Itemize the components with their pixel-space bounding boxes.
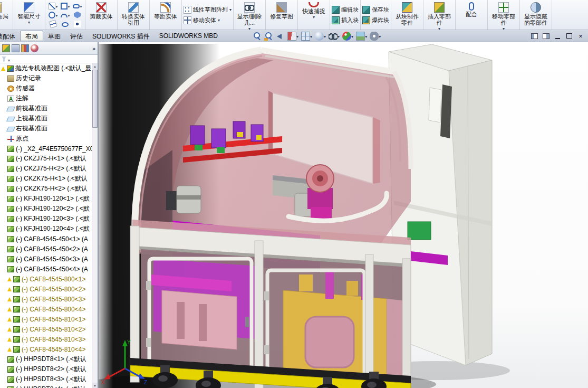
dropdown-arrow-icon[interactable] <box>56 13 58 17</box>
offset-entities-button[interactable]: 等距实体 <box>151 1 180 29</box>
edit-appearance-button[interactable] <box>342 31 354 41</box>
dropdown-arrow-icon[interactable] <box>56 4 58 8</box>
zoom-fit-button[interactable] <box>252 31 262 41</box>
tree-item[interactable]: 历史记录 <box>0 73 92 83</box>
tree-item[interactable]: (-) HHPSDT8<4> (.<默认 <box>0 384 92 388</box>
tree-item[interactable]: 注解 <box>0 93 92 103</box>
dropdown-arrow-icon[interactable] <box>310 34 312 38</box>
tree-item[interactable]: 原点 <box>0 134 92 144</box>
tree-item[interactable]: 右视基准面 <box>0 124 92 134</box>
repair-sketch-button[interactable]: 修复草图 <box>267 1 296 29</box>
insert-component-button[interactable]: 插入零部件 <box>425 1 454 29</box>
tree-scrollbar[interactable] <box>92 63 98 388</box>
pane-toggle-left-button[interactable] <box>529 32 539 40</box>
close-button[interactable] <box>576 32 585 40</box>
featuremanager-tree-button[interactable] <box>2 44 10 52</box>
scroll-down-icon[interactable] <box>92 383 98 388</box>
dropdown-arrow-icon[interactable] <box>338 34 340 38</box>
zoom-area-button[interactable] <box>264 31 274 41</box>
dropdown-arrow-icon[interactable] <box>68 13 70 17</box>
tree-item[interactable]: (-) CAF8-4545-810<4> <box>0 344 92 354</box>
tree-item[interactable]: (-) CAF8-4545-810<3> <box>0 334 92 344</box>
insert-block-button[interactable]: 插入块 <box>332 16 359 24</box>
polygon-button[interactable] <box>71 12 83 18</box>
tree-item[interactable]: (-) HHPSDT8<3> (.<默认 <box>0 374 92 384</box>
dropdown-arrow-icon[interactable] <box>438 26 440 30</box>
show-hidden-components-button[interactable]: 显示隐藏的零部件 <box>522 1 550 29</box>
view-settings-button[interactable] <box>369 31 381 41</box>
tree-item[interactable]: (-) CAF8-4545-800<1> <box>0 274 92 284</box>
circle-button[interactable] <box>47 12 59 18</box>
display-delete-relations-button[interactable]: 显示/删除几... <box>235 1 264 29</box>
explode-block-button[interactable]: 爆炸块 <box>362 16 389 24</box>
line-button[interactable] <box>47 3 59 10</box>
dropdown-arrow-icon[interactable] <box>296 34 298 38</box>
tree-item[interactable]: (-) CAF8-4545-450<1> (A <box>0 234 92 244</box>
tree-item[interactable]: 上视基准面 <box>0 113 92 124</box>
view-orientation-button[interactable] <box>301 31 313 41</box>
scroll-up-icon[interactable] <box>92 63 98 69</box>
tree-filter-row[interactable] <box>0 55 98 63</box>
tree-item[interactable]: (-) CAF8-4545-800<4> <box>0 304 92 314</box>
tab-sketch[interactable]: 草图 <box>43 31 65 41</box>
tree-item[interactable]: (-) KFJH190-120<2> (.<默 <box>0 204 92 214</box>
dropdown-arrow-icon[interactable] <box>365 34 367 38</box>
tree-item[interactable]: (-) CAF8-4545-450<3> (A <box>0 254 92 264</box>
dropdown-arrow-icon[interactable] <box>324 34 326 38</box>
section-view-button[interactable] <box>287 31 299 41</box>
tree-item[interactable]: (-) CKZJ75-H<1> (.<默认 <box>0 154 92 164</box>
tree-item[interactable]: (-) HHPSDT8<1> (.<默认 <box>0 354 92 364</box>
ellipse-button[interactable] <box>59 21 71 27</box>
arc-button[interactable] <box>59 12 71 17</box>
minimize-button[interactable] <box>553 32 562 40</box>
quick-snaps-button[interactable]: 快速捕捉 <box>300 1 328 29</box>
convert-entities-button[interactable]: 转换实体引用 <box>119 1 148 29</box>
tree-item[interactable]: (-) CAF8-4545-810<1> <box>0 314 92 324</box>
apply-scene-button[interactable] <box>355 31 368 41</box>
dropdown-arrow-icon[interactable] <box>28 20 30 24</box>
tab-solidworks-addins[interactable]: SOLIDWORKS 插件 <box>88 31 155 41</box>
tree-item[interactable]: (-) CAF8-4545-450<4> (A <box>0 264 92 274</box>
tree-item[interactable]: (-) CAF8-4545-450<2> (A <box>0 244 92 254</box>
tree-item[interactable]: (-) KFJH190-120<4> (.<默 <box>0 224 92 234</box>
panel-expand-chevron[interactable]: » <box>92 45 95 52</box>
make-part-from-block-button[interactable]: 从块制作零件 <box>393 1 421 29</box>
cad-viewport-canvas[interactable]: X Y Z <box>99 42 588 388</box>
dropdown-arrow-icon[interactable] <box>351 34 353 38</box>
rectangle-button[interactable] <box>59 3 71 10</box>
edit-block-button[interactable]: 编辑块 <box>332 6 359 14</box>
dropdown-arrow-icon[interactable] <box>80 4 82 8</box>
tree-item[interactable]: (-) _X2_4F4E5750677F_X0 <box>0 144 92 154</box>
tab-evaluate[interactable]: 评估 <box>65 31 88 41</box>
spline-button[interactable] <box>47 21 59 27</box>
dropdown-arrow-icon[interactable] <box>503 26 505 30</box>
tree-item[interactable]: 抛光专机装配图 (.<默认_显 <box>0 63 92 73</box>
display-style-button[interactable] <box>314 31 326 41</box>
tree-item[interactable]: (-) CKZJ75-H<2> (.<默认 <box>0 164 92 174</box>
tree-item[interactable]: 传感器 <box>0 83 92 93</box>
propertymanager-button[interactable] <box>12 44 20 52</box>
create-layout-button[interactable]: 生成布局 <box>0 1 11 29</box>
save-block-button[interactable]: 保存块 <box>362 6 389 14</box>
tree-item[interactable]: (-) KFJH190-120<1> (.<默 <box>0 194 92 204</box>
scrollbar-thumb[interactable] <box>92 70 98 128</box>
pane-toggle-right-button[interactable] <box>541 32 551 40</box>
linear-sketch-pattern-button[interactable]: 线性草图阵列 <box>184 6 232 14</box>
dropdown-arrow-icon[interactable] <box>229 7 232 12</box>
tab-solidworks-mbd[interactable]: SOLIDWORKS MBD <box>155 31 223 41</box>
move-component-button[interactable]: 移动零部件 <box>489 1 518 29</box>
hide-show-items-button[interactable] <box>328 31 340 41</box>
tab-assembly[interactable]: 装配体 <box>0 31 20 41</box>
displaymanager-button[interactable] <box>31 44 38 52</box>
tree-item[interactable]: 前视基准面 <box>0 103 92 113</box>
configurationmanager-button[interactable] <box>21 44 29 52</box>
tab-layout[interactable]: 布局 <box>20 31 43 41</box>
slot-button[interactable] <box>71 3 83 8</box>
trim-entities-button[interactable]: 剪裁实体 <box>87 1 115 29</box>
mate-button[interactable]: 配合 <box>457 1 486 29</box>
tree-item[interactable]: (-) CAF8-4545-800<3> <box>0 294 92 304</box>
point-button[interactable] <box>71 21 83 27</box>
tree-item[interactable]: (-) CAF8-4545-810<2> <box>0 324 92 334</box>
dropdown-arrow-icon[interactable] <box>313 14 315 18</box>
filter-dropdown-icon[interactable] <box>8 54 10 64</box>
